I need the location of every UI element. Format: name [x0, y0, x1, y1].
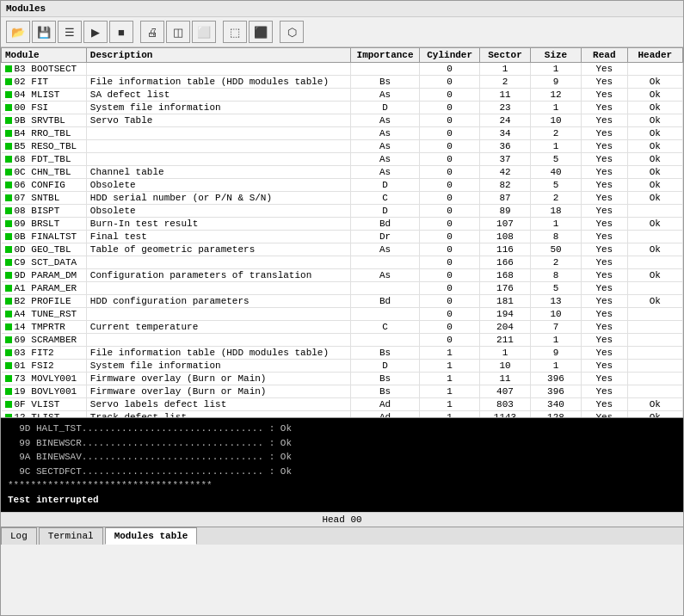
cell-size: 1	[531, 140, 582, 153]
cell-cylinder: 0	[420, 256, 480, 269]
table-row[interactable]: 02 FITFile information table (HDD module…	[2, 76, 683, 89]
print-button[interactable]: 🖨	[140, 21, 164, 43]
log-line: ************************************	[8, 478, 676, 493]
table-row[interactable]: C9 SCT_DATA01662Yes	[2, 256, 683, 269]
table-row[interactable]: 9D PARAM_DMConfiguration parameters of t…	[2, 269, 683, 282]
table-row[interactable]: 69 SCRAMBER02111Yes	[2, 334, 683, 347]
table-row[interactable]: 9B SRVTBLServo TableAs02410YesOk	[2, 114, 683, 127]
table-row[interactable]: A4 TUNE_RST019410Yes	[2, 308, 683, 321]
cell-cylinder: 0	[420, 179, 480, 192]
cell-size: 396	[531, 373, 582, 385]
table-row[interactable]: 0C CHN_TBLChannel tableAs04240YesOk	[2, 166, 683, 179]
table-row[interactable]: 07 SNTBLHDD serial number (or P/N & S/N)…	[2, 192, 683, 205]
cell-size: 396	[531, 385, 582, 398]
green-indicator	[5, 143, 12, 150]
tab-log[interactable]: Log	[1, 527, 37, 545]
export-button[interactable]: ⬛	[249, 21, 273, 43]
table-row[interactable]: 0F VLISTServo labels defect listAd180334…	[2, 398, 683, 411]
cell-read: Yes	[581, 102, 627, 114]
cell-module: 0D GEO_TBL	[2, 243, 87, 256]
table-row[interactable]: 06 CONFIGObsoleteD0825YesOk	[2, 179, 683, 192]
bookmark-button[interactable]: ⬚	[223, 21, 247, 43]
cell-read: Yes	[581, 76, 627, 89]
green-indicator	[5, 246, 12, 253]
cell-cylinder: 0	[420, 321, 480, 334]
table-row[interactable]: B3 BOOTSECT011Yes	[2, 63, 683, 76]
cell-desc: HDD serial number (or P/N & S/N)	[86, 192, 350, 205]
table-row[interactable]: 00 FSISystem file informationD0231YesOk	[2, 102, 683, 114]
table-row[interactable]: 73 MOVLY001Firmware overlay (Burn or Mai…	[2, 373, 683, 385]
cell-module: 0B FINALTST	[2, 231, 87, 243]
log-area: 9D HALT_TST.............................…	[1, 417, 683, 512]
table-row[interactable]: 68 FDT_TBLAs0375YesOk	[2, 153, 683, 166]
green-indicator	[5, 233, 12, 240]
cell-importance: As	[350, 153, 419, 166]
cell-importance: Bs	[350, 76, 419, 89]
module-name: B2 PROFILE	[15, 296, 71, 306]
tab-terminal[interactable]: Terminal	[39, 527, 103, 545]
cell-cylinder: 0	[420, 231, 480, 243]
cell-size: 8	[531, 231, 582, 243]
table-row[interactable]: 01 FSI2System file informationD1101Yes	[2, 360, 683, 373]
table-row[interactable]: 0B FINALTSTFinal testDr01088Yes	[2, 231, 683, 243]
cell-sector: 1143	[480, 411, 531, 418]
cell-sector: 107	[480, 218, 531, 231]
table-row[interactable]: 12 TLISTTrack defect listAd11143128YesOk	[2, 411, 683, 418]
cell-importance: Bs	[350, 347, 419, 360]
cell-module: C9 SCT_DATA	[2, 256, 87, 269]
cell-size: 5	[531, 153, 582, 166]
cell-module: B2 PROFILE	[2, 295, 87, 308]
cell-importance: D	[350, 360, 419, 373]
info-button[interactable]: ⬡	[280, 21, 304, 43]
green-indicator	[5, 388, 12, 395]
cell-sector: 11	[480, 89, 531, 102]
module-name: B3 BOOTSECT	[15, 64, 77, 74]
cell-module: B4 RRO_TBL	[2, 127, 87, 140]
cell-importance	[350, 334, 419, 347]
save-button[interactable]: 💾	[32, 21, 56, 43]
table-row[interactable]: B2 PROFILEHDD configuration parametersBd…	[2, 295, 683, 308]
cell-size: 5	[531, 282, 582, 295]
cell-cylinder: 0	[420, 334, 480, 347]
cell-module: 01 FSI2	[2, 360, 87, 373]
copy-button[interactable]: ◫	[166, 21, 190, 43]
cell-header: Ok	[627, 114, 682, 127]
module-name: 06 CONFIG	[15, 180, 65, 190]
cell-desc: Table of geometric parameters	[86, 243, 350, 256]
list-button[interactable]: ☰	[58, 21, 82, 43]
green-indicator	[5, 259, 12, 266]
cell-read: Yes	[581, 308, 627, 321]
table-row[interactable]: 14 TMPRTRCurrent temperatureC02047Yes	[2, 321, 683, 334]
table-row[interactable]: 09 BRSLTBurn-In test resultBd01071YesOk	[2, 218, 683, 231]
module-name: 19 BOVLY001	[15, 386, 77, 397]
table-row[interactable]: 03 FIT2File information table (HDD modul…	[2, 347, 683, 360]
table-row[interactable]: 08 BISPTObsoleteD08918Yes	[2, 205, 683, 218]
paste-button[interactable]: ⬜	[192, 21, 216, 43]
module-name: 0B FINALTST	[15, 231, 77, 242]
cell-read: Yes	[581, 373, 627, 385]
stop-button[interactable]: ■	[109, 21, 133, 43]
table-row[interactable]: 04 MLISTSA defect listAs01112YesOk	[2, 89, 683, 102]
cell-importance: As	[350, 243, 419, 256]
table-row[interactable]: 19 BOVLY001Firmware overlay (Burn or Mai…	[2, 385, 683, 398]
cell-sector: 194	[480, 308, 531, 321]
module-name: 0C CHN_TBL	[15, 167, 71, 177]
table-row[interactable]: A1 PARAM_ER01765Yes	[2, 282, 683, 295]
module-name: 9D PARAM_DM	[15, 270, 77, 280]
cell-cylinder: 0	[420, 153, 480, 166]
cell-size: 8	[531, 269, 582, 282]
tab-modules-table[interactable]: Modules table	[105, 527, 198, 545]
cell-cylinder: 0	[420, 192, 480, 205]
play-button[interactable]: ▶	[83, 21, 108, 43]
table-row[interactable]: B5 RESO_TBLAs0361YesOk	[2, 140, 683, 153]
open-button[interactable]: 📂	[6, 21, 30, 43]
cell-cylinder: 0	[420, 243, 480, 256]
cell-cylinder: 0	[420, 218, 480, 231]
cell-size: 40	[531, 166, 582, 179]
table-row[interactable]: 0D GEO_TBLTable of geometric parametersA…	[2, 243, 683, 256]
cell-desc: Channel table	[86, 166, 350, 179]
table-row[interactable]: B4 RRO_TBLAs0342YesOk	[2, 127, 683, 140]
cell-header	[627, 282, 682, 295]
cell-cylinder: 1	[420, 411, 480, 418]
green-indicator	[5, 104, 12, 111]
